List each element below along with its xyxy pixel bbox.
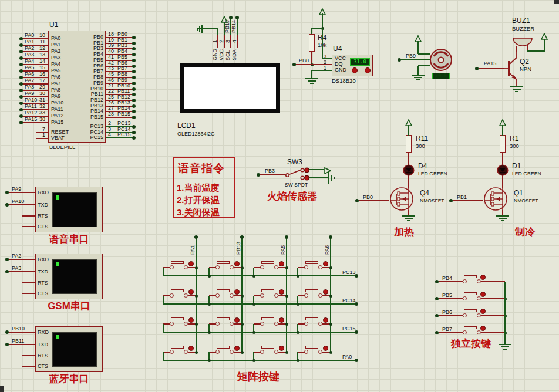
terminal-dot	[19, 82, 23, 86]
pin-name: GND	[212, 49, 218, 60]
net-label: PB13	[235, 242, 241, 255]
pin-number: 30	[33, 90, 45, 96]
nmosfet-symbol[interactable]	[389, 187, 414, 211]
terminal-dot	[292, 63, 296, 66]
oled-value: OLED12864I2C	[177, 131, 215, 137]
net-label: PA9	[25, 90, 34, 96]
voice-command-item: 3.关闭保温	[177, 207, 220, 218]
matrix-key[interactable]	[208, 344, 243, 356]
npn-transistor-symbol[interactable]	[504, 52, 530, 87]
wire	[408, 153, 409, 165]
matrix-key[interactable]	[297, 316, 332, 328]
net-label: PA0	[25, 32, 34, 38]
servo-motor-symbol[interactable]	[429, 48, 453, 72]
voice-commands-title: 语音指令	[178, 162, 225, 175]
schematic-canvas[interactable]: U1 BLUEPILL LCD1 OLED12864I2C U4 31.0 DS…	[0, 0, 559, 392]
matrix-key[interactable]	[297, 344, 332, 356]
heater-resistor[interactable]	[406, 135, 412, 153]
pin-number: 1	[33, 132, 45, 138]
terminal-caption: 蓝牙串口	[29, 374, 109, 384]
wire	[163, 332, 357, 333]
pin-name: CTS	[38, 363, 48, 369]
pullup-resistor[interactable]	[309, 34, 315, 52]
matrix-key[interactable]	[162, 260, 197, 272]
pin-number: 40	[108, 48, 114, 54]
matrix-caption: 矩阵按键	[237, 371, 280, 382]
net-label: PB15	[117, 111, 130, 117]
wire	[502, 125, 503, 136]
matrix-key[interactable]	[252, 316, 288, 328]
wire	[502, 153, 503, 165]
wire	[479, 68, 504, 69]
independent-key[interactable]	[461, 291, 497, 303]
matrix-key[interactable]	[252, 288, 288, 300]
ground-icon	[501, 346, 509, 347]
voice-command-item: 2.打开保温	[177, 195, 220, 205]
battery-icon	[331, 175, 332, 181]
matrix-key[interactable]	[297, 260, 332, 272]
independent-key[interactable]	[461, 308, 497, 320]
wire	[504, 333, 506, 344]
nmosfet-symbol[interactable]	[483, 187, 508, 211]
buzzer-value: BUZZER	[512, 26, 534, 32]
wire	[217, 29, 218, 35]
ground-icon	[499, 218, 507, 219]
terminal-dot	[240, 235, 244, 239]
terminal-dot	[132, 116, 136, 119]
pin-name: PA7	[51, 80, 60, 86]
pin-number: 31	[33, 97, 45, 103]
junction-dot	[297, 331, 299, 334]
net-label: PA7	[25, 77, 34, 83]
wire	[527, 50, 544, 52]
buzzer-symbol[interactable]	[511, 36, 534, 48]
net-label: PB14	[117, 105, 130, 111]
ground-icon	[197, 28, 198, 31]
matrix-key[interactable]	[252, 344, 288, 356]
ground-icon	[416, 79, 420, 80]
pin-number: 2	[324, 59, 326, 65]
wire	[504, 282, 506, 333]
wire	[309, 169, 324, 170]
matrix-key[interactable]	[208, 288, 243, 300]
voice-command-item: 1.当前温度	[177, 183, 220, 193]
terminal-dot	[5, 343, 9, 346]
led-icon[interactable]	[497, 164, 509, 176]
wire	[106, 137, 133, 138]
pin-name: RXD	[38, 190, 49, 195]
matrix-key[interactable]	[162, 316, 197, 328]
oled-display[interactable]	[180, 63, 280, 113]
independent-key[interactable]	[461, 325, 497, 337]
net-label-pb1: PB1	[457, 194, 467, 200]
matrix-key[interactable]	[162, 344, 197, 356]
junction-dot	[297, 303, 299, 306]
pin-name: PA9	[51, 93, 60, 99]
net-label: PA1	[190, 245, 196, 255]
matrix-key[interactable]	[208, 316, 243, 328]
wire	[502, 210, 503, 215]
matrix-key[interactable]	[208, 260, 243, 272]
power-icon	[405, 118, 412, 125]
net-label: PB5	[117, 54, 127, 60]
net-label: PB10	[12, 326, 25, 332]
net-label: PB6	[442, 309, 452, 315]
matrix-key[interactable]	[252, 260, 288, 272]
terminal-dot	[194, 235, 198, 239]
cooler-resistor[interactable]	[500, 135, 506, 153]
temp-up-button[interactable]	[352, 67, 358, 73]
terminal-dot	[19, 37, 23, 40]
net-label: PA3	[12, 265, 21, 271]
matrix-key[interactable]	[297, 288, 332, 300]
mcu-ref: U1	[49, 21, 58, 29]
pin-name: TXD	[38, 342, 48, 347]
pin-number: 4	[231, 40, 237, 43]
wire	[417, 41, 419, 54]
wire	[163, 275, 357, 276]
temp-down-button[interactable]	[365, 67, 371, 73]
pin-number: 11	[33, 39, 45, 45]
net-label: PA1	[25, 39, 34, 45]
independent-key[interactable]	[461, 274, 497, 286]
matrix-key[interactable]	[162, 288, 197, 300]
led-icon[interactable]	[403, 164, 415, 176]
pin-name: PB15	[74, 114, 103, 120]
pin-name: RTS	[38, 213, 48, 219]
